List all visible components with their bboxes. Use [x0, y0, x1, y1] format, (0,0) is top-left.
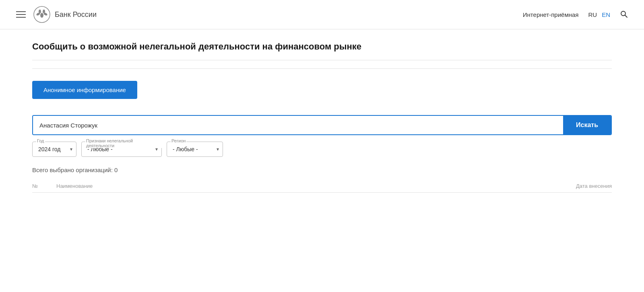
divider-1	[32, 60, 612, 60]
svg-rect-7	[43, 10, 45, 11]
illegal-filter: Признаки нелегальной деятельности - Любы…	[81, 142, 162, 157]
search-button[interactable]: Искать	[563, 116, 611, 134]
region-select-wrapper: - Любые -	[167, 142, 223, 157]
svg-point-8	[621, 11, 625, 16]
logo[interactable]: Банк России	[33, 6, 97, 23]
lang-en-button[interactable]: EN	[602, 11, 610, 18]
filters-row: Год 2024 год Признаки нелегальной деятел…	[32, 142, 612, 157]
anonymous-btn[interactable]: Анонимное информирование	[32, 81, 137, 99]
region-filter-label: Регион	[171, 138, 186, 143]
search-input[interactable]	[33, 116, 563, 134]
region-filter: Регион - Любые -	[167, 142, 223, 157]
region-select[interactable]: - Любые -	[167, 142, 223, 157]
svg-rect-6	[39, 10, 41, 11]
page-title: Сообщить о возможной нелегальной деятель…	[32, 41, 612, 52]
search-icon[interactable]	[620, 10, 628, 19]
search-box: Искать	[32, 115, 612, 135]
year-select[interactable]: 2024 год	[32, 142, 76, 157]
main-content: Сообщить о возможной нелегальной деятель…	[16, 29, 628, 205]
svg-point-1	[40, 13, 43, 18]
results-count: Всего выбрано организаций: 0	[32, 167, 612, 173]
logo-emblem	[33, 6, 51, 23]
col-header-num: №	[32, 180, 56, 193]
year-filter-label: Год	[36, 138, 45, 143]
lang-ru-button[interactable]: RU	[588, 11, 597, 18]
search-area: Искать Год 2024 год Признаки нелегальной…	[32, 115, 612, 157]
svg-line-9	[625, 15, 627, 17]
col-header-date: Дата внесения	[346, 180, 612, 193]
hamburger-menu[interactable]	[16, 11, 26, 18]
year-filter: Год 2024 год	[32, 142, 76, 157]
language-switcher: RU EN	[588, 11, 610, 18]
header-left: Банк России	[16, 6, 97, 23]
year-select-wrapper: 2024 год	[32, 142, 76, 157]
table-header: № Наименование Дата внесения	[32, 180, 612, 193]
logo-text: Банк России	[55, 10, 97, 19]
internet-reception-link[interactable]: Интернет-приёмная	[523, 11, 579, 18]
site-header: Банк России Интернет-приёмная RU EN	[0, 0, 644, 29]
results-table: № Наименование Дата внесения	[32, 180, 612, 193]
divider-2	[32, 68, 612, 69]
header-right: Интернет-приёмная RU EN	[523, 10, 628, 19]
col-header-name: Наименование	[56, 180, 346, 193]
illegal-filter-label: Признаки нелегальной деятельности	[85, 138, 162, 148]
